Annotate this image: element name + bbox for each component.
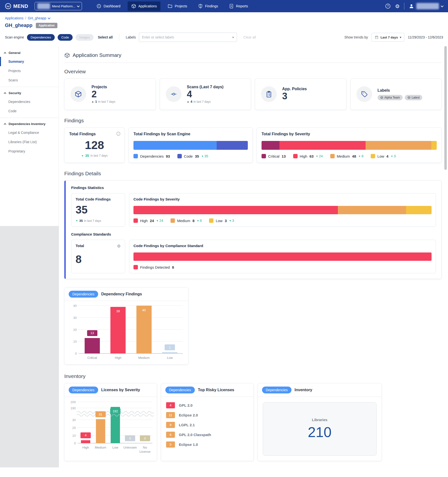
license-count-badge: 4 [166, 402, 175, 408]
list-item[interactable]: 5 Eclipse 1.0 [166, 441, 249, 448]
engine-pill-images[interactable]: Images [76, 34, 93, 41]
nav-item-findings[interactable]: Findings [194, 1, 222, 11]
legend-label: Dependencies [140, 154, 164, 158]
user-menu[interactable] [409, 3, 443, 9]
sidebar-section-header-general[interactable]: General [0, 48, 59, 57]
total-findings-card: Total Findings i 128 ▼ 35 in last 7 days [64, 127, 125, 163]
legend-value: 48 [352, 154, 356, 158]
label-chips: Alpha Team Latest [378, 95, 422, 100]
vertical-scrollbar[interactable] [444, 46, 447, 170]
app-policies-count: 3 [282, 91, 307, 101]
labels-input[interactable] [142, 35, 230, 39]
label-chip-alpha-team[interactable]: Alpha Team [378, 95, 403, 100]
nav-items: Dashboard Applications Projects Findings… [89, 1, 252, 11]
help-icon[interactable]: ? [385, 3, 391, 9]
org-selector[interactable]: Mend Platform... [35, 2, 82, 10]
settings-gear-icon[interactable]: ⚙ [117, 244, 121, 249]
y-tick-label: 40 [73, 304, 77, 308]
trend-range-dropdown[interactable]: Last 7 days ▾ [371, 33, 404, 42]
info-icon[interactable]: i [116, 132, 120, 137]
card-header: Dependencies Licenses by Severity [65, 383, 157, 397]
application-type-badge: Application [36, 23, 57, 28]
engine-pill-dependencies[interactable]: Dependencies [27, 34, 55, 41]
bar-value-label: 1 [165, 344, 175, 350]
cube-icon [408, 96, 410, 99]
licenses-by-severity-bar-chart: 010203019020043119200HighMediumLowUnknow… [69, 402, 152, 454]
bar-value-label: 192 [110, 408, 120, 414]
engine-pill-code[interactable]: Code [58, 34, 73, 41]
list-item[interactable]: 6 GPL 2.0 Classpath [166, 432, 249, 438]
legend-value: 3 [225, 219, 227, 223]
sidebar-item-legal-compliance[interactable]: Legal & Compliance [0, 128, 59, 137]
legend-value: 4 [386, 154, 388, 158]
trend-suffix: in last 7 days [194, 100, 211, 103]
sidebar-item-summary[interactable]: Summary [0, 57, 59, 66]
shield-icon [198, 4, 203, 9]
code-findings-by-severity-card: Code Findings by Severity High 24 ▼24 Me… [129, 193, 436, 227]
section-heading-findings: Findings [64, 118, 442, 124]
nav-item-applications[interactable]: Applications [128, 1, 161, 11]
user-icon [409, 3, 414, 9]
risky-licenses-list: 4 GPL 2.0 11 Eclipse 2.0 9 LGPL 2.1 6 GP… [161, 397, 253, 457]
nav-right-cluster: ? ⚙ [385, 3, 443, 10]
sidebar-empty-area [0, 226, 59, 467]
nav-item-label: Dashboard [104, 4, 120, 8]
app-policies-card: App. Policies 3 [255, 78, 346, 110]
main-content: Application Summary Overview Projects 2 … [59, 46, 448, 467]
sidebar-item-scans[interactable]: Scans [0, 75, 59, 85]
trend-value: 8 [362, 154, 364, 158]
trend-down-icon: ▼ [201, 155, 204, 158]
top-risky-licenses-card: Dependencies Top Risky Licenses 4 GPL 2.… [161, 383, 254, 461]
sidebar-item-code[interactable]: Code [0, 106, 59, 116]
dropdown-arrow-icon[interactable]: ▾ [232, 36, 234, 39]
list-item[interactable]: 11 Eclipse 2.0 [166, 412, 249, 418]
license-name: LGPL 2.1 [179, 423, 195, 427]
legend-color-dependencies [133, 154, 138, 158]
username-blurred [416, 3, 439, 9]
application-summary-header: Application Summary [64, 52, 442, 58]
clear-all-button[interactable]: Clear all [243, 35, 256, 39]
settings-gear-icon[interactable]: ⚙ [395, 4, 400, 9]
legend-color-findings-detected [133, 265, 138, 269]
card-title: Top Risky Licenses [198, 388, 234, 392]
sidebar-item-dependencies[interactable]: Dependencies [0, 97, 59, 106]
labels-select[interactable]: ▾ [139, 33, 237, 42]
sidebar-item-libraries-flat-list[interactable]: Libraries (Flat List) [0, 137, 59, 147]
y-tick-label: 20 [73, 328, 77, 332]
sidebar-section-header-dependencies-inventory[interactable]: Dependencies Inventory [0, 119, 59, 128]
mend-logo[interactable]: MEND [5, 3, 28, 9]
filter-bar: Scan engine Dependencies Code Images Sel… [0, 29, 448, 46]
bar-segment-high [133, 206, 338, 214]
x-tick-label: High [78, 446, 93, 454]
chevron-down-icon [441, 4, 443, 7]
bar-value-label: 0 [125, 435, 135, 441]
list-item[interactable]: 4 GPL 2.0 [166, 402, 249, 408]
select-all-button[interactable]: Select all [98, 35, 113, 39]
nav-item-reports[interactable]: Reports [225, 1, 252, 11]
plot-area: 1339401 [79, 306, 183, 354]
chevron-down-icon[interactable] [48, 16, 50, 19]
scans-count: 4 [187, 89, 224, 100]
legend-color-high [133, 218, 138, 223]
legend-item-critical: Critical 13 [262, 154, 286, 158]
list-item[interactable]: 9 LGPL 2.1 [166, 422, 249, 428]
sidebar-item-proprietary[interactable]: Proprietary [0, 147, 59, 156]
card-title: Total Code Findings [76, 197, 121, 201]
findings-details-card: Findings Statistics Total Code Findings … [64, 180, 442, 279]
label-chip-latest[interactable]: Latest [405, 95, 422, 100]
card-label: Projects [92, 85, 115, 89]
sidebar-section-header-security[interactable]: Security [0, 88, 59, 97]
labels-card: Labels Alpha Team Latest [350, 78, 442, 110]
y-tick-label: 0 [74, 441, 76, 445]
nav-item-dashboard[interactable]: Dashboard [93, 1, 124, 11]
sidebar-item-projects[interactable]: Projects [0, 66, 59, 75]
chevron-up-icon [4, 92, 6, 95]
bar-segment-low [431, 141, 437, 150]
legend-item-medium: Medium 48 ▼8 [330, 154, 364, 158]
trend-value: 35 [79, 219, 83, 223]
nav-item-projects[interactable]: Projects [164, 1, 191, 11]
breadcrumb-applications[interactable]: Applications [5, 16, 24, 20]
breadcrumb-current[interactable]: GH_gheapp [28, 16, 46, 20]
bar-segment-low [406, 206, 432, 214]
sidebar-section-dependencies-inventory: Dependencies Inventory Legal & Complianc… [0, 118, 59, 158]
